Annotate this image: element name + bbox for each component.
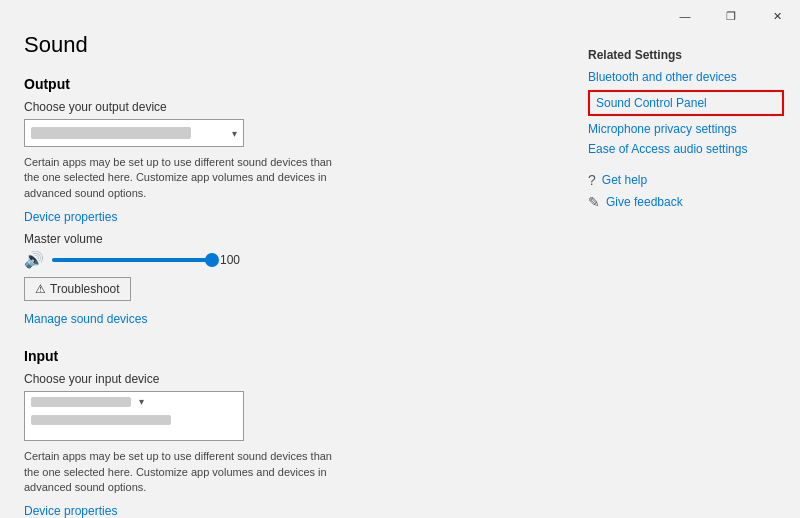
input-device-blurred2: [31, 415, 171, 425]
master-volume-label: Master volume: [24, 232, 556, 246]
output-device-label: Choose your output device: [24, 100, 556, 114]
get-help-icon: ?: [588, 172, 596, 188]
warning-icon: ⚠: [35, 282, 46, 296]
output-info-text: Certain apps may be set up to use differ…: [24, 155, 334, 201]
input-section: Input Choose your input device ▾ Certain…: [24, 348, 556, 518]
speaker-icon: 🔊: [24, 250, 44, 269]
volume-row: 🔊 100: [24, 250, 556, 269]
output-section-title: Output: [24, 76, 556, 92]
output-manage-link[interactable]: Manage sound devices: [24, 312, 147, 326]
title-bar: — ❐ ✕: [0, 0, 800, 32]
input-section-title: Input: [24, 348, 556, 364]
output-device-dropdown[interactable]: ▾: [24, 119, 244, 147]
related-title: Related Settings: [588, 48, 784, 62]
related-link-sound-control-panel[interactable]: Sound Control Panel: [588, 90, 784, 116]
input-device-properties-link[interactable]: Device properties: [24, 504, 117, 518]
main-panel: Sound Output Choose your output device ▾…: [0, 32, 580, 518]
right-panel: Related Settings Bluetooth and other dev…: [580, 32, 800, 518]
output-device-blurred: [31, 127, 191, 139]
input-dropdown-arrow: ▾: [139, 396, 144, 407]
input-device-dropdown[interactable]: ▾: [24, 391, 244, 441]
output-device-properties-link[interactable]: Device properties: [24, 210, 117, 224]
title-bar-controls: — ❐ ✕: [662, 0, 800, 32]
related-link-bluetooth[interactable]: Bluetooth and other devices: [588, 70, 784, 84]
output-dropdown-arrow: ▾: [232, 128, 237, 139]
volume-slider-track[interactable]: [52, 258, 212, 262]
input-device-row2: [31, 411, 237, 429]
minimize-button[interactable]: —: [662, 0, 708, 32]
give-feedback-item[interactable]: ✎ Give feedback: [588, 194, 784, 210]
output-troubleshoot-label: Troubleshoot: [50, 282, 120, 296]
input-device-row1: ▾: [31, 396, 237, 407]
restore-button[interactable]: ❐: [708, 0, 754, 32]
volume-value: 100: [220, 253, 240, 267]
window: — ❐ ✕ Sound Output Choose your output de…: [0, 0, 800, 518]
get-help-item[interactable]: ? Get help: [588, 172, 784, 188]
give-feedback-label: Give feedback: [606, 195, 683, 209]
get-help-label: Get help: [602, 173, 647, 187]
volume-slider-fill: [52, 258, 212, 262]
help-section: ? Get help ✎ Give feedback: [588, 172, 784, 210]
input-device-label: Choose your input device: [24, 372, 556, 386]
input-info-text: Certain apps may be set up to use differ…: [24, 449, 334, 495]
output-troubleshoot-button[interactable]: ⚠ Troubleshoot: [24, 277, 131, 301]
related-link-microphone-privacy[interactable]: Microphone privacy settings: [588, 122, 784, 136]
content-area: Sound Output Choose your output device ▾…: [0, 32, 800, 518]
close-button[interactable]: ✕: [754, 0, 800, 32]
volume-slider-thumb: [205, 253, 219, 267]
input-device-blurred1: [31, 397, 131, 407]
give-feedback-icon: ✎: [588, 194, 600, 210]
page-title: Sound: [24, 32, 556, 58]
output-section: Output Choose your output device ▾ Certa…: [24, 76, 556, 334]
related-link-ease-of-access[interactable]: Ease of Access audio settings: [588, 142, 784, 156]
